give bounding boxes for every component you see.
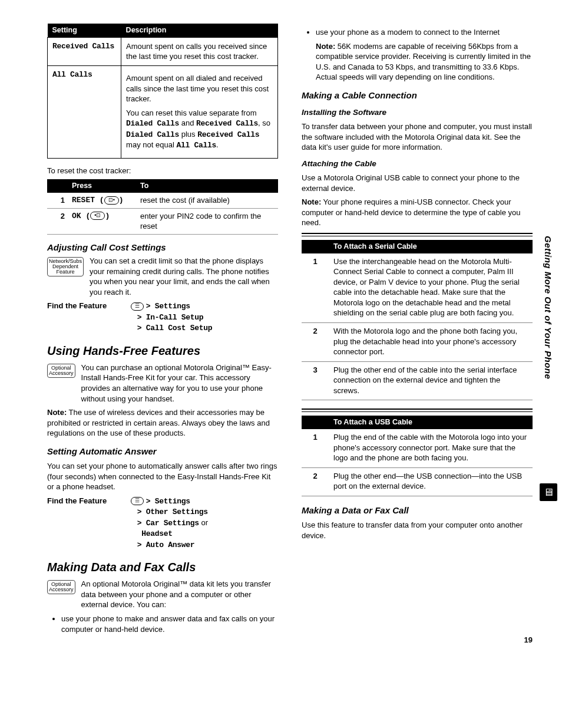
right-column: use your phone as a modem to connect to … <box>302 24 533 638</box>
hands-free-block: Optional Accessory You can purchase an o… <box>47 363 278 404</box>
hands-free-body: You can purchase an optional Motorola Or… <box>81 363 278 404</box>
step-1-press: RESET (⊡•) <box>67 193 135 208</box>
optional-accessory-icon: Optional Accessory <box>47 363 75 404</box>
menu-key-icon: ☰ <box>131 497 144 505</box>
serial-3-text: Plug the other end of the cable into the… <box>329 361 533 400</box>
auto-answer-title: Setting Automatic Answer <box>47 446 278 457</box>
attaching-cable-title: Attaching the Cable <box>302 159 533 169</box>
step-2-to: enter your PIN2 code to confirm the rese… <box>135 208 278 234</box>
usb-1-num: 1 <box>302 429 329 467</box>
cost-tracker-table: Setting Description Received Calls Amoun… <box>47 24 278 159</box>
serial-cable-table: To Attach a Serial Cable 1Use the interc… <box>302 240 533 400</box>
usb-2-num: 2 <box>302 467 329 496</box>
softkey-icon: ⊡• <box>104 196 119 205</box>
usb-1-text: Plug the end of the cable with the Motor… <box>329 429 533 467</box>
usb-cable-table: To Attach a USB Cable 1Plug the end of t… <box>302 416 533 496</box>
find-feature-callcost: Find the Feature ☰ > Settings > In-Call … <box>47 301 278 334</box>
modem-note: Note: 56K modems are capable of receivin… <box>316 41 533 83</box>
serial-1-num: 1 <box>302 253 329 323</box>
th-press: Press <box>67 179 135 193</box>
side-section-title: Getting More Out of Your Phone <box>542 236 554 379</box>
step-2-press: OK (•⊡) <box>67 208 135 234</box>
data-fax-body: An optional Motorola Original™ data kit … <box>81 579 278 610</box>
serial-1-text: Use the interchangeable head on the Moto… <box>329 253 533 323</box>
serial-header: To Attach a Serial Cable <box>329 240 533 253</box>
desc-received-calls: Amount spent on calls you received since… <box>121 37 278 65</box>
installing-software-body: To transfer data between your phone and … <box>302 121 533 153</box>
left-column: Setting Description Received Calls Amoun… <box>47 24 278 638</box>
th-setting: Setting <box>48 24 121 37</box>
data-fax-bullets-left: use your phone to make and answer data a… <box>47 614 278 634</box>
divider <box>302 233 533 236</box>
find-feature-label: Find the Feature <box>47 301 124 334</box>
serial-2-num: 2 <box>302 322 329 361</box>
th-description: Description <box>121 24 278 37</box>
find-feature-autoanswer: Find the Feature ☰ > Settings > Other Se… <box>47 496 278 551</box>
data-fax-bullets-right: use your phone as a modem to connect to … <box>302 27 533 83</box>
setting-all-calls: All Calls <box>48 65 121 158</box>
usb-header: To Attach a USB Cable <box>329 416 533 429</box>
find-feature-label-2: Find the Feature <box>47 496 124 551</box>
data-fax-block: Optional Accessory An optional Motorola … <box>47 579 278 610</box>
reset-intro: To reset the cost tracker: <box>47 166 278 176</box>
adjusting-title: Adjusting Call Cost Settings <box>47 242 278 253</box>
step-1-to: reset the cost (if available) <box>135 193 278 208</box>
installing-software-title: Installing the Software <box>302 107 533 118</box>
attaching-cable-body: Use a Motorola Original USB cable to con… <box>302 173 533 193</box>
network-dependent-icon: Network/Subs Dependent Feature <box>47 256 84 297</box>
reset-steps-table: Press To 1 RESET (⊡•) reset the cost (if… <box>47 179 278 235</box>
all-calls-p1: Amount spent on all dialed and received … <box>126 73 273 104</box>
serial-3-num: 3 <box>302 361 329 400</box>
data-or-fax-title: Making a Data or Fax Call <box>302 505 533 516</box>
adjusting-block: Network/Subs Dependent Feature You can s… <box>47 256 278 297</box>
auto-answer-body: You can set your phone to automatically … <box>47 461 278 492</box>
hands-free-note: Note: The use of wireless devices and th… <box>47 407 278 439</box>
page-number: 19 <box>524 635 533 645</box>
hands-free-title: Using Hands-Free Features <box>47 343 278 359</box>
th-to: To <box>135 179 278 193</box>
all-calls-p2: You can reset this value separate from D… <box>126 108 273 151</box>
side-tab-icon: 🖥 <box>540 483 557 501</box>
step-2-num: 2 <box>47 208 67 234</box>
divider <box>302 409 533 412</box>
step-1-num: 1 <box>47 193 67 208</box>
bullet-modem: use your phone as a modem to connect to … <box>316 27 533 83</box>
setting-received-calls: Received Calls <box>48 37 121 65</box>
menu-key-icon: ☰ <box>131 302 144 311</box>
serial-2-text: With the Motorola logo and the phone bot… <box>329 322 533 361</box>
optional-accessory-icon: Optional Accessory <box>47 579 75 610</box>
data-fax-title: Making Data and Fax Calls <box>47 559 278 575</box>
usb-2-text: Plug the other end—the USB connection—in… <box>329 467 533 496</box>
attaching-cable-note: Note: Your phone requires a mini-USB con… <box>302 197 533 228</box>
data-or-fax-body: Use this feature to transfer data from y… <box>302 520 533 541</box>
desc-all-calls: Amount spent on all dialed and received … <box>121 65 278 158</box>
adjusting-body: You can set a credit limit so that the p… <box>90 256 278 297</box>
cable-connection-title: Making a Cable Connection <box>302 90 533 101</box>
bullet-data-fax-calls: use your phone to make and answer data a… <box>61 614 278 634</box>
softkey-icon: •⊡ <box>90 212 105 220</box>
